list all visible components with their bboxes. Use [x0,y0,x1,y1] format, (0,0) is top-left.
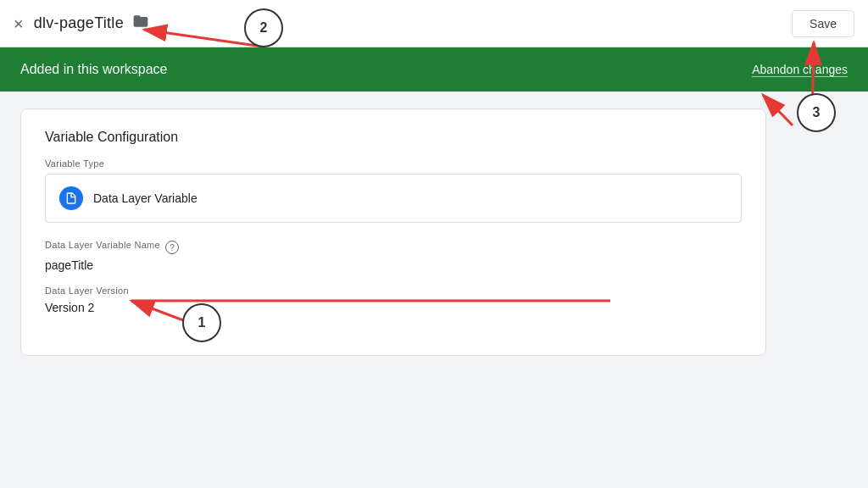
annotation-1: 1 [182,303,221,342]
variable-type-name: Data Layer Variable [93,191,198,205]
save-button[interactable]: Save [792,10,854,37]
card-title: Variable Configuration [45,130,742,145]
abandon-changes-link[interactable]: Abandon changes [752,63,848,77]
dlv-name-field: Data Layer Variable Name ? pageTitle [45,240,742,272]
annotation-3: 3 [797,93,836,132]
variable-type-selector[interactable]: Data Layer Variable [45,174,742,223]
dlv-name-value: pageTitle [45,258,742,272]
variable-type-icon [59,186,83,210]
dlv-name-help-icon[interactable]: ? [165,241,179,254]
dlv-name-label: Data Layer Variable Name [45,240,160,250]
variable-type-label: Variable Type [45,158,742,169]
annotation-2: 2 [244,8,283,47]
workspace-banner: Added in this workspace Abandon changes [0,47,868,92]
main-content: Variable Configuration Variable Type Dat… [0,92,868,373]
dlv-version-field: Data Layer Version Version 2 [45,286,742,314]
dlv-version-label: Data Layer Version [45,286,742,296]
dlv-version-value: Version 2 [45,301,742,314]
page-title: dlv-pageTitle [34,14,124,32]
folder-icon[interactable] [132,13,149,34]
close-button[interactable]: × [14,15,24,32]
variable-config-card: Variable Configuration Variable Type Dat… [20,108,766,356]
banner-text: Added in this workspace [20,62,167,77]
header: × dlv-pageTitle Save [0,0,868,47]
